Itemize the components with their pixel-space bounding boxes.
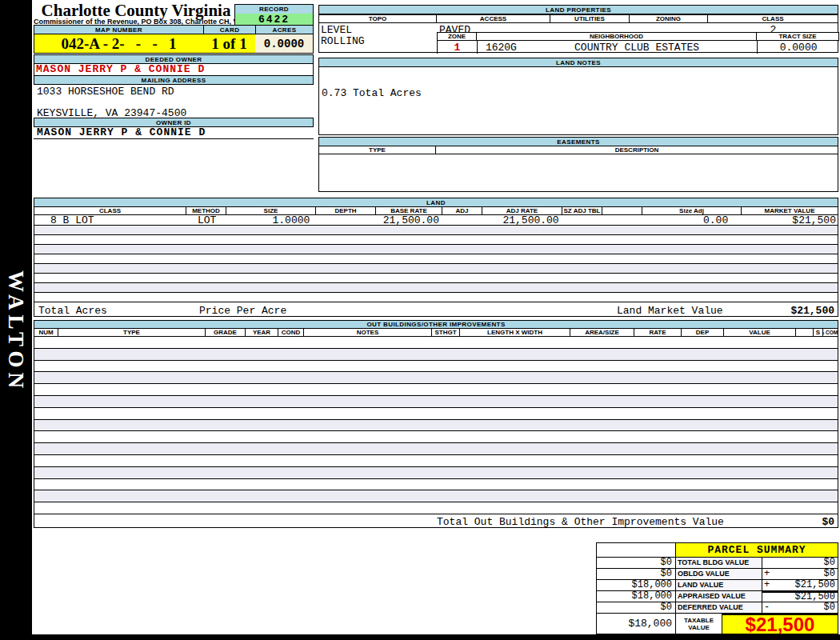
taxable-label: TAXABLE VALUE [676, 614, 722, 634]
col-land-base-rate: BASE RATE [376, 206, 442, 215]
land-depth-value [316, 215, 376, 225]
empty-row [34, 502, 838, 514]
out-buildings-empty-rows [34, 337, 838, 514]
summary-row-deferred: $0 DEFERRED VALUE - $0 [596, 602, 838, 614]
empty-row [34, 245, 838, 254]
summary-label: LAND VALUE [676, 580, 762, 591]
summary-right-cell: - $0 [762, 602, 838, 614]
property-record-card: Charlotte County Virginia Commissioner o… [32, 0, 840, 634]
col-ob-num: NUM [34, 328, 58, 337]
col-ob-length-width: LENGTH X WIDTH [460, 328, 570, 337]
taxable-value-cell: $21,500 [722, 614, 838, 634]
land-table-row: 8 B LOT LOT 1.0000 21,500.00 21,500.00 0… [34, 215, 838, 226]
col-land-depth: DEPTH [316, 206, 376, 215]
easements-body [318, 154, 838, 192]
land-size-value: 1.0000 [227, 215, 317, 225]
price-per-acre-label: Price Per Acre [199, 305, 286, 317]
taxable-value: $21,500 [746, 614, 815, 634]
summary-op: + [762, 569, 774, 579]
summary-op: - [762, 602, 774, 613]
land-adj-rate-value: 21,500.00 [482, 215, 562, 225]
col-ob-sthgt: STHGT [432, 328, 460, 337]
col-land-method: METHOD [186, 206, 226, 215]
topo-value-1: LEVEL [321, 24, 352, 36]
empty-row [34, 293, 838, 302]
col-land-size: SIZE [226, 206, 316, 215]
summary-left-value: $0 [596, 569, 676, 580]
col-utilities: UTILITIES [550, 14, 630, 23]
summary-row-obldg: $0 OBLDG VALUE + $0 [596, 569, 838, 580]
address-line1: 1033 HORSESHOE BEND RD [34, 84, 314, 98]
land-table-columns: CLASS METHOD SIZE DEPTH BASE RATE ADJ AD… [34, 206, 838, 215]
land-properties-box: LAND PROPERTIES TOPO ACCESS UTILITIES ZO… [318, 5, 838, 53]
col-land-adj: ADJ [442, 206, 482, 215]
tract-size-value: 0.0000 [757, 41, 839, 54]
land-method-value: LOT [187, 215, 227, 225]
land-properties-header: LAND PROPERTIES [318, 5, 838, 14]
parcel-summary-title: PARCEL SUMMARY [676, 542, 838, 558]
zone-columns: ZONE NEIGHBORHOOD TRACT SIZE [437, 32, 839, 41]
summary-right-cell: $21,500 [762, 591, 838, 602]
sidebar-watermark: WALTON [3, 270, 28, 393]
col-land-sz-adj-tbl: SZ ADJ TBL [562, 206, 602, 215]
land-base-rate-value: 21,500.00 [376, 215, 442, 225]
land-adj-value [442, 215, 482, 225]
empty-row [34, 349, 838, 361]
col-neighborhood: NEIGHBORHOOD [477, 32, 757, 41]
taxable-left-value: $18,000 [596, 614, 676, 634]
empty-row [34, 396, 838, 408]
col-ob-rate: RATE [634, 328, 682, 337]
topo-value-2: ROLLING [321, 35, 365, 47]
col-ob-cond: COND [278, 328, 304, 337]
zone-values-row: 1 1620G COUNTRY CLUB ESTATES 0.0000 [437, 41, 839, 54]
col-ob-area-size: AREA/SIZE [570, 328, 634, 337]
col-ob-blank [796, 328, 814, 337]
neighborhood-code: 1620G [486, 42, 517, 54]
col-ob-dep: DEP [682, 328, 724, 337]
summary-right-cell: + $21,500 [762, 580, 838, 591]
col-ob-value: VALUE [724, 328, 796, 337]
empty-row [34, 264, 838, 274]
summary-label: DEFERRED VALUE [676, 602, 762, 614]
zone-value: 1 [438, 41, 478, 54]
summary-row-appraised: $18,000 APPRAISED VALUE $21,500 [596, 591, 838, 602]
card-value: 1 of 1 [203, 34, 256, 54]
col-class: CLASS [708, 14, 838, 23]
empty-row [34, 490, 838, 502]
col-ob-type: TYPE [58, 328, 206, 337]
col-ob-s: S [814, 328, 823, 337]
deeded-owner-value: MASON JERRY P & CONNIE D [34, 63, 314, 76]
col-zoning: ZONING [630, 14, 708, 23]
summary-right-value: $21,500 [774, 580, 838, 590]
col-land-size-adj: Size Adj [642, 206, 742, 215]
parcel-summary: PARCEL SUMMARY $0 TOTAL BLDG VALUE $0 $0… [596, 542, 838, 634]
map-number-value: 042-A - 2- - - 1 [34, 34, 204, 54]
col-ob-year: YEAR [246, 328, 278, 337]
col-land-blank [602, 206, 642, 215]
out-buildings-columns: NUM TYPE GRADE YEAR COND NOTES STHGT LEN… [34, 328, 838, 337]
empty-row [34, 443, 838, 455]
owner-id-value: MASON JERRY P & CONNIE D [34, 126, 314, 139]
col-ob-pct-comp: % COMP [823, 328, 838, 337]
address-line2: KEYSVILLE, VA 23947-4500 [34, 98, 314, 119]
summary-row-total-bldg: $0 TOTAL BLDG VALUE $0 [596, 558, 838, 569]
col-easement-type: TYPE [318, 146, 436, 154]
land-sz-adj-tbl-value [562, 215, 602, 225]
empty-row [34, 372, 838, 384]
empty-row [34, 254, 838, 264]
out-buildings-totals-row: Total Out Buildings & Other Improvements… [34, 514, 838, 528]
land-market-value-total: $21,500 [790, 305, 834, 317]
summary-row-taxable: $18,000 TAXABLE VALUE $21,500 [596, 614, 838, 634]
out-buildings-total-value: $0 [822, 516, 834, 528]
summary-label: OBLDG VALUE [676, 569, 762, 580]
col-topo: TOPO [318, 14, 437, 23]
col-ob-notes: NOTES [304, 328, 432, 337]
land-class-value: 8 B LOT [34, 215, 187, 225]
empty-row [34, 337, 838, 349]
empty-row [34, 235, 838, 245]
col-zone: ZONE [437, 32, 477, 41]
summary-right-value: $21,500 [774, 593, 838, 602]
easements-columns: TYPE DESCRIPTION [318, 146, 838, 154]
summary-right-value: $0 [774, 558, 838, 568]
land-notes-box: 0.73 Total Acres [318, 66, 838, 135]
